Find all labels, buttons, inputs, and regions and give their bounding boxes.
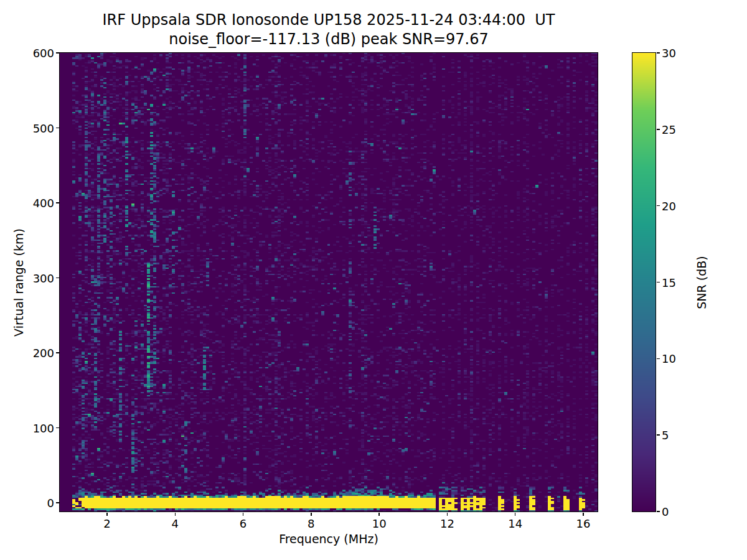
y-tick-mark [56, 202, 59, 203]
colorbar-tick-mark [657, 52, 660, 54]
colorbar-tick-label: 20 [662, 199, 676, 212]
y-tick-mark [56, 502, 59, 503]
chart-title: IRF Uppsala SDR Ionosonde UP158 2025-11-… [60, 11, 598, 29]
y-tick-mark [56, 278, 59, 279]
x-tick-mark [243, 513, 244, 516]
x-tick-label: 16 [576, 517, 591, 530]
y-tick-mark [56, 52, 59, 54]
x-tick-label: 2 [103, 517, 110, 530]
y-tick-label: 100 [17, 421, 54, 434]
y-tick-mark [56, 352, 59, 353]
x-tick-label: 6 [240, 517, 247, 530]
colorbar-tick-mark [657, 358, 660, 360]
colorbar-tick-label: 5 [662, 429, 669, 442]
chart-subtitle: noise_floor=-117.13 (dB) peak SNR=97.67 [60, 30, 598, 48]
x-tick-mark [106, 513, 108, 516]
y-tick-label: 200 [17, 347, 54, 360]
y-tick-label: 500 [17, 121, 54, 134]
x-tick-label: 8 [308, 517, 314, 530]
y-tick-label: 400 [17, 197, 54, 210]
y-tick-mark [56, 128, 59, 129]
colorbar-tick-label: 30 [662, 47, 676, 60]
colorbar-tick-label: 25 [662, 123, 676, 136]
ionogram-heatmap-canvas [60, 53, 598, 511]
plot-area-frame [59, 52, 598, 512]
x-tick-mark [583, 513, 584, 516]
x-tick-mark [378, 513, 380, 516]
x-tick-label: 12 [440, 517, 454, 530]
x-tick-label: 14 [508, 517, 522, 530]
colorbar-tick-mark [657, 434, 660, 436]
colorbar-tick-label: 15 [662, 276, 676, 289]
colorbar-tick-mark [657, 511, 660, 512]
x-tick-label: 10 [372, 517, 387, 530]
x-tick-mark [175, 513, 176, 516]
colorbar-tick-label: 10 [662, 352, 676, 365]
x-tick-mark [311, 513, 312, 516]
colorbar-frame [632, 52, 656, 512]
x-axis-label: Frequency (MHz) [60, 532, 598, 546]
colorbar-tick-mark [657, 205, 660, 207]
y-tick-mark [56, 427, 59, 429]
y-tick-label: 0 [17, 497, 54, 510]
x-tick-mark [515, 513, 516, 516]
y-axis-label: Virtual range (km) [12, 228, 26, 337]
colorbar-gradient-canvas [632, 53, 655, 511]
y-tick-label: 600 [17, 47, 54, 60]
colorbar-label: SNR (dB) [695, 256, 708, 309]
x-tick-label: 4 [172, 517, 179, 530]
ionogram-figure: IRF Uppsala SDR Ionosonde UP158 2025-11-… [0, 0, 747, 560]
x-tick-mark [447, 513, 448, 516]
colorbar-tick-mark [657, 129, 660, 130]
colorbar-tick-label: 0 [662, 505, 669, 518]
colorbar-tick-mark [657, 282, 660, 283]
